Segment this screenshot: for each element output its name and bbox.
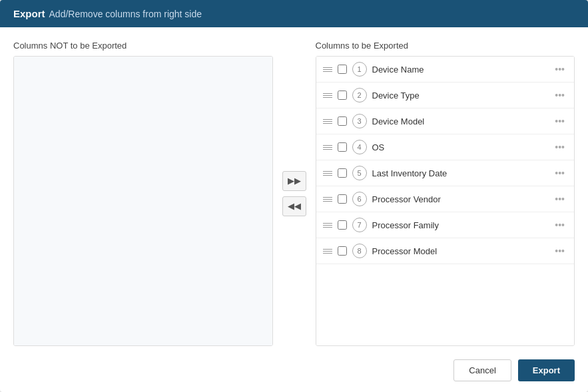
column-name: Device Model [372, 116, 547, 126]
column-checkbox[interactable] [338, 194, 347, 204]
column-name: Processor Model [372, 246, 547, 256]
right-section: Columns to be Exported 1 Device Name •••… [316, 41, 575, 346]
modal-title-light: Add/Remove columns from right side [49, 9, 202, 19]
drag-handle-icon[interactable] [323, 145, 332, 150]
column-checkbox[interactable] [338, 116, 347, 126]
column-number: 7 [352, 218, 367, 232]
table-row: 7 Processor Family ••• [316, 212, 575, 238]
table-row: 1 Device Name ••• [316, 57, 575, 83]
right-panel: 1 Device Name ••• 2 Device Type ••• 3 De… [316, 56, 575, 346]
column-menu-icon[interactable]: ••• [552, 220, 567, 230]
drag-handle-icon[interactable] [323, 249, 332, 254]
column-number: 4 [352, 140, 367, 154]
export-button[interactable]: Export [518, 359, 575, 381]
column-name: Last Inventory Date [372, 168, 547, 178]
column-number: 6 [352, 192, 367, 206]
column-name: Device Type [372, 91, 547, 100]
drag-handle-icon[interactable] [323, 119, 332, 124]
table-row: 2 Device Type ••• [316, 83, 575, 108]
drag-handle-icon[interactable] [323, 171, 332, 176]
move-left-button[interactable]: ◀◀ [282, 196, 306, 216]
modal-header: Export Add/Remove columns from right sid… [0, 0, 588, 27]
column-checkbox[interactable] [338, 246, 347, 256]
column-checkbox[interactable] [338, 65, 347, 74]
left-panel-label: Columns NOT to be Exported [13, 41, 127, 51]
column-menu-icon[interactable]: ••• [552, 194, 567, 204]
column-menu-icon[interactable]: ••• [552, 168, 567, 178]
column-number: 2 [352, 88, 367, 102]
table-row: 8 Processor Model ••• [316, 238, 575, 264]
cancel-button[interactable]: Cancel [453, 359, 511, 381]
export-modal: Export Add/Remove columns from right sid… [0, 0, 588, 392]
left-panel-content [14, 57, 272, 345]
column-menu-icon[interactable]: ••• [552, 116, 567, 126]
drag-handle-icon[interactable] [323, 223, 332, 228]
table-row: 6 Processor Vendor ••• [316, 186, 575, 212]
right-panel-label-wrap: Columns to be Exported [316, 41, 575, 56]
column-checkbox[interactable] [338, 142, 347, 152]
column-menu-icon[interactable]: ••• [552, 142, 567, 152]
column-menu-icon[interactable]: ••• [552, 90, 567, 100]
table-row: 4 OS ••• [316, 134, 575, 160]
table-row: 5 Last Inventory Date ••• [316, 160, 575, 186]
drag-handle-icon[interactable] [323, 93, 332, 98]
column-checkbox[interactable] [338, 91, 347, 100]
drag-handle-icon[interactable] [323, 197, 332, 202]
right-panel-label: Columns to be Exported [316, 41, 408, 51]
column-name: Device Name [372, 65, 547, 75]
middle-controls: ▶▶ ◀◀ [273, 41, 316, 346]
left-panel [13, 56, 273, 346]
modal-footer: Cancel Export [0, 353, 588, 392]
column-number: 5 [352, 166, 367, 180]
column-checkbox[interactable] [338, 220, 347, 230]
table-row: 3 Device Model ••• [316, 108, 575, 134]
column-number: 3 [352, 114, 367, 128]
column-menu-icon[interactable]: ••• [552, 246, 567, 256]
column-menu-icon[interactable]: ••• [552, 64, 567, 75]
column-name: Processor Family [372, 220, 547, 230]
modal-body: Columns NOT to be Exported ▶▶ ◀◀ Columns… [0, 27, 588, 353]
column-checkbox[interactable] [338, 168, 347, 178]
column-number: 1 [352, 62, 367, 77]
drag-handle-icon[interactable] [323, 67, 332, 72]
move-right-button[interactable]: ▶▶ [282, 171, 306, 191]
column-number: 8 [352, 244, 367, 258]
modal-title-bold: Export [13, 8, 45, 19]
columns-list: 1 Device Name ••• 2 Device Type ••• 3 De… [316, 57, 575, 345]
column-name: OS [372, 142, 547, 152]
left-panel-label-wrap: Columns NOT to be Exported [13, 41, 273, 56]
column-name: Processor Vendor [372, 194, 547, 204]
